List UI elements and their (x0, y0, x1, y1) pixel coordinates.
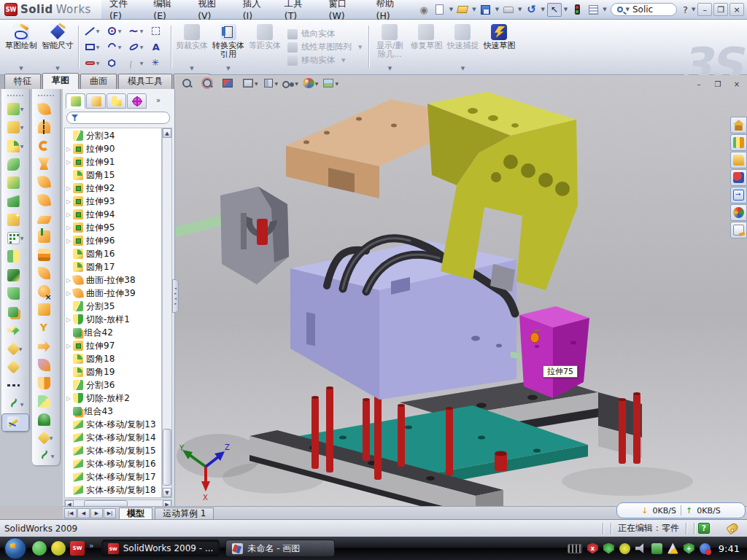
sketch-entity-button[interactable]: ▼ (103, 39, 125, 55)
feature-tool-button[interactable]: ▼ (1, 413, 29, 432)
ribbon-tab[interactable]: 模具工具 (118, 74, 172, 89)
ribbon-tab[interactable]: 草图 (42, 73, 79, 89)
sketch-entity-button[interactable]: ▼ (125, 55, 147, 71)
toolbar-button[interactable]: 剪裁实体 ▼ (174, 21, 210, 73)
task-pane-tab[interactable] (730, 117, 747, 133)
surface-tool-button[interactable]: ▼ (32, 136, 60, 155)
scroll-up-arrow[interactable]: ▲ (163, 128, 171, 138)
tray-icon[interactable] (651, 543, 662, 554)
tree-item[interactable]: ▷ 实体-移动/复制16 (65, 457, 161, 470)
save-icon[interactable] (479, 3, 493, 17)
feature-tool-button[interactable]: ▼ (1, 155, 29, 174)
quick-tips-icon[interactable]: ? (698, 523, 710, 534)
tree-item[interactable]: ▷ 圆角18 (65, 352, 161, 365)
search-box[interactable]: ▼ (611, 3, 677, 16)
tree-item[interactable]: ▷ 分割36 (65, 378, 161, 392)
new-document-icon[interactable] (433, 3, 447, 17)
scroll-down-arrow[interactable]: ▼ (163, 488, 171, 497)
toolbar-button[interactable]: 等距实体 ▼ (247, 21, 283, 73)
tree-item[interactable]: ▷ 圆角17 (65, 260, 161, 273)
tree-item[interactable]: ▷ 实体-移动/复制14 (65, 431, 161, 444)
headsup-button[interactable]: ▼ (181, 77, 198, 89)
tree-item[interactable]: ▷ 圆角16 (65, 247, 161, 260)
task-pane-tab[interactable] (730, 222, 747, 238)
feature-tool-button[interactable]: ▼ (1, 265, 29, 284)
surface-tool-button[interactable]: ▼ (32, 411, 60, 429)
feature-tool-button[interactable]: ▼ (1, 174, 29, 192)
task-pane-tab[interactable] (730, 134, 747, 151)
surface-tool-button[interactable]: ▼ (32, 374, 60, 392)
tree-item[interactable]: ▷ 分割34 (65, 129, 161, 142)
menu-item[interactable]: 窗口(W) (321, 0, 368, 21)
tray-icon[interactable] (667, 543, 678, 554)
toolbar-button[interactable]: 快速草图 ▼ (481, 21, 517, 73)
menu-item[interactable]: 工具(T) (276, 0, 321, 21)
tray-icon[interactable]: x (587, 543, 598, 554)
expand-arrow-icon[interactable]: ▷ (66, 159, 73, 166)
menu-item[interactable]: 编辑(E) (145, 0, 190, 21)
surface-tool-button[interactable]: ▼ (32, 191, 60, 209)
surface-tool-button[interactable]: ▼ (32, 282, 60, 300)
ribbon-tab[interactable]: 曲面 (80, 74, 117, 89)
task-pane-tab[interactable] (730, 152, 747, 168)
model-tab[interactable]: 模型 (119, 508, 152, 519)
tree-item[interactable]: ▷ 组合43 (65, 405, 161, 418)
print-icon[interactable] (501, 3, 516, 17)
feature-tool-button[interactable]: ▼ (1, 192, 29, 210)
panel-splitter-handle[interactable]: ◂▸◂▸ (172, 279, 179, 313)
sketch-entity-button[interactable]: ▼ (81, 23, 103, 39)
tree-item[interactable]: ▷ 切除-放样2 (65, 392, 161, 405)
doc-restore-button[interactable]: ❐ (711, 79, 725, 90)
tree-vertical-scrollbar[interactable]: ▲ ▼ (162, 128, 172, 498)
tab-nav-button[interactable]: ▶| (104, 508, 116, 518)
feature-tool-button[interactable]: ▼ (1, 118, 29, 136)
expand-arrow-icon[interactable]: ▷ (66, 211, 73, 218)
feature-tool-button[interactable]: ▼ (1, 284, 29, 303)
expand-arrow-icon[interactable]: ▷ (66, 343, 73, 349)
menu-item[interactable]: 帮助(H) (368, 0, 414, 21)
surface-tool-button[interactable]: ▼ (32, 447, 60, 465)
surface-tool-button[interactable]: ▼ (32, 264, 60, 282)
quick-launch-icon[interactable] (51, 541, 66, 556)
headsup-button[interactable]: ▼ (241, 77, 258, 89)
expand-arrow-icon[interactable]: ▷ (66, 185, 73, 192)
quick-launch-overflow[interactable]: » (89, 541, 94, 551)
feature-tool-button[interactable]: ▼ (1, 321, 29, 339)
quick-launch-icon[interactable]: SW (70, 541, 85, 556)
ribbon-tab[interactable]: 特征 (4, 74, 41, 89)
toolbar-stack-button[interactable]: 移动实体 ▼ (287, 55, 362, 66)
taskbar-clock[interactable]: 9:41 (719, 543, 740, 554)
feature-tool-button[interactable]: ▼ (1, 211, 29, 229)
expand-arrow-icon[interactable]: ▷ (66, 238, 73, 244)
tree-item[interactable]: ▷ 实体-移动/复制15 (65, 444, 161, 457)
toolbar-stack-button[interactable]: 镜向实体 ▼ (287, 28, 362, 39)
tree-item[interactable]: ▷ 曲面-拉伸38 (65, 273, 161, 287)
tree-item[interactable]: ▷ 拉伸94 (65, 208, 161, 221)
tree-item[interactable]: ▷ 圆角15 (65, 168, 161, 182)
sketch-entity-button[interactable]: ▼ (103, 23, 125, 39)
headsup-button[interactable]: ▼ (322, 77, 338, 89)
doc-close-button[interactable]: × (729, 79, 744, 90)
expand-arrow-icon[interactable]: ▷ (66, 198, 73, 205)
toolbar-button[interactable]: 快速捕捉 ▼ (444, 21, 481, 73)
feature-manager-tab[interactable] (127, 93, 147, 109)
close-button[interactable]: × (729, 3, 744, 16)
feature-tool-button[interactable]: ▼ (1, 303, 29, 321)
feature-tool-button[interactable]: ▼ (1, 229, 29, 247)
tree-item[interactable]: ▷ 切除-放样1 (65, 313, 161, 326)
tab-nav-button[interactable]: ▶ (90, 508, 103, 518)
surface-tool-button[interactable]: ▼ (32, 209, 60, 228)
tree-item[interactable]: ▷ 拉伸96 (65, 234, 161, 247)
feature-tool-button[interactable]: ▼ (1, 358, 29, 376)
help-icon[interactable]: ? (680, 4, 691, 15)
tree-item[interactable]: ▷ 实体-移动/复制18 (65, 483, 161, 497)
menu-item[interactable]: 视图(V) (190, 0, 235, 21)
surface-tool-button[interactable]: ▼ (32, 392, 60, 411)
sketch-entity-button[interactable]: ▼ (147, 23, 169, 39)
tree-item[interactable]: ▷ 曲面-拉伸39 (65, 287, 161, 300)
model-tab[interactable]: 运动算例 1 (155, 508, 214, 519)
tree-item[interactable]: ▷ 拉伸90 (65, 142, 161, 155)
toolbar-grip[interactable] (7, 95, 23, 98)
feature-tool-button[interactable]: ▼ (1, 340, 29, 358)
scrollbar-thumb[interactable] (163, 429, 171, 486)
